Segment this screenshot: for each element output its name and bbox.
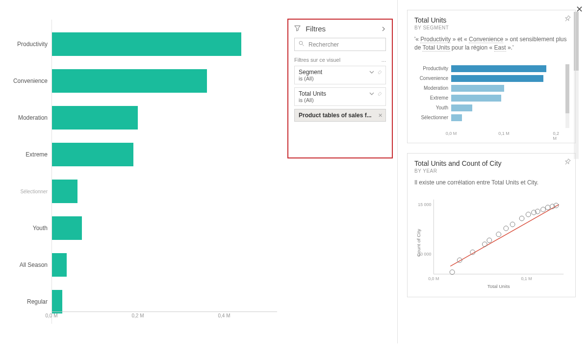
- bar[interactable]: [51, 216, 82, 240]
- x-axis: 0,0 M0,2 M0,4 M: [51, 312, 277, 321]
- filter-card-name: Product tables of sales f...: [299, 112, 382, 119]
- scatter-point[interactable]: [519, 216, 524, 221]
- bar-label: All Season: [5, 261, 51, 268]
- right-panel: Total Units BY SEGMENT '« Productivity »…: [403, 0, 580, 364]
- bar-label: Moderation: [5, 114, 51, 121]
- bar[interactable]: [451, 85, 504, 92]
- bar[interactable]: [451, 75, 543, 82]
- bar-label: Convenience: [5, 78, 51, 84]
- bar[interactable]: [51, 32, 241, 56]
- bar-label: Sélectionner: [5, 189, 51, 194]
- filter-card-value: is (All): [299, 97, 382, 103]
- small-x-axis: 0,0 M0,1 M0,2 M: [451, 131, 564, 138]
- bar-row: Sélectionner: [5, 177, 280, 206]
- card-subtitle: BY YEAR: [414, 168, 568, 174]
- svg-line-2: [450, 205, 559, 266]
- svg-text:Count of City: Count of City: [416, 229, 421, 257]
- x-tick: 0,1 M: [498, 131, 510, 136]
- bar-label: Youth: [5, 225, 51, 232]
- search-icon: [299, 41, 305, 48]
- bar[interactable]: [451, 114, 462, 121]
- bar-row: Productivity: [414, 64, 568, 73]
- svg-text:0,0 M: 0,0 M: [428, 276, 439, 281]
- scatter-point[interactable]: [545, 205, 550, 210]
- bar-row: Moderation: [414, 84, 568, 93]
- main-area: ProductivityConvenienceModerationExtreme…: [0, 0, 397, 364]
- vertical-divider: [397, 0, 398, 343]
- bar[interactable]: [51, 180, 77, 203]
- bar[interactable]: [51, 253, 67, 277]
- bar-label: Extreme: [5, 151, 51, 158]
- svg-line-1: [303, 45, 304, 46]
- bar-label: Moderation: [414, 85, 451, 91]
- scatter-point[interactable]: [450, 270, 455, 275]
- bar-row: Youth: [5, 213, 280, 243]
- filters-header[interactable]: Filtres: [294, 25, 386, 33]
- search-placeholder: Rechercher: [308, 41, 339, 48]
- bar-row: Productivity: [5, 29, 280, 59]
- bar[interactable]: [51, 290, 62, 313]
- bar-label: Extreme: [414, 95, 451, 101]
- bar-row: Extreme: [5, 140, 280, 169]
- chevron-right-icon[interactable]: [381, 25, 386, 33]
- filter-icon: [294, 25, 303, 33]
- x-tick: 0,0 M: [45, 313, 57, 318]
- close-icon[interactable]: ✕: [378, 112, 383, 119]
- chevron-down-icon[interactable]: [369, 91, 374, 98]
- chart-scrollbar[interactable]: [565, 64, 569, 128]
- filter-card[interactable]: Product tables of sales f...✕: [294, 109, 386, 122]
- scatter-point[interactable]: [496, 232, 501, 237]
- y-axis-line: [51, 20, 52, 324]
- scatter-point[interactable]: [541, 207, 546, 212]
- filters-title: Filtres: [306, 25, 326, 33]
- x-tick: 0,4 M: [218, 313, 230, 318]
- card-title: Total Units: [414, 16, 568, 24]
- card-title: Total Units and Count of City: [414, 159, 568, 167]
- filter-card[interactable]: Segmentis (All): [294, 66, 386, 84]
- bar[interactable]: [451, 95, 501, 102]
- bar-label: Convenience: [414, 76, 451, 81]
- scatter-chart: 10 00015 0000,0 M0,1 MCount of CityTotal…: [414, 194, 568, 292]
- scatter-point[interactable]: [482, 242, 487, 247]
- bar[interactable]: [51, 143, 133, 166]
- bar-row: All Season: [5, 250, 280, 280]
- bar-label: Youth: [414, 105, 451, 110]
- filter-card[interactable]: Total Unitsis (All): [294, 87, 386, 106]
- bar[interactable]: [451, 104, 472, 111]
- x-tick: 0,2 M: [131, 313, 144, 318]
- card-total-units-city: Total Units and Count of City BY YEAR Il…: [407, 153, 576, 298]
- bar[interactable]: [51, 106, 138, 130]
- main-bar-chart: ProductivityConvenienceModerationExtreme…: [5, 29, 280, 309]
- bar[interactable]: [451, 65, 546, 72]
- svg-point-0: [299, 41, 303, 45]
- x-axis-line: [51, 312, 277, 312]
- more-icon[interactable]: ...: [382, 57, 386, 63]
- scatter-point[interactable]: [504, 226, 509, 231]
- svg-text:15 000: 15 000: [418, 202, 431, 207]
- search-input[interactable]: Rechercher: [294, 38, 386, 51]
- chart-scrollbar-thumb[interactable]: [565, 64, 569, 113]
- filter-section-label: Filtres sur ce visuel: [294, 57, 340, 63]
- card-total-units-segment: Total Units BY SEGMENT '« Productivity »…: [407, 10, 576, 143]
- bar[interactable]: [51, 69, 207, 93]
- bar-row: Convenience: [5, 66, 280, 96]
- bar-label: Productivity: [5, 41, 51, 48]
- card-subtitle: BY SEGMENT: [414, 25, 568, 30]
- eraser-icon[interactable]: [377, 91, 383, 98]
- scatter-point[interactable]: [510, 222, 515, 227]
- scatter-point[interactable]: [487, 238, 492, 243]
- scatter-point[interactable]: [526, 212, 531, 217]
- bar-row: Moderation: [5, 103, 280, 132]
- card-insight: Il existe une corrélation entre Total Un…: [414, 179, 568, 187]
- eraser-icon[interactable]: [377, 69, 383, 76]
- bar-row: Youth: [414, 104, 568, 112]
- svg-text:Total Units: Total Units: [487, 284, 510, 289]
- card-insight: '« Productivity » et « Convenience » ont…: [414, 35, 568, 52]
- bar-row: Convenience: [414, 74, 568, 83]
- chevron-down-icon[interactable]: [369, 69, 374, 76]
- x-tick: 0,2 M: [553, 131, 561, 141]
- small-bar-chart: ProductivityConvenienceModerationExtreme…: [414, 64, 568, 138]
- svg-text:0,1 M: 0,1 M: [521, 276, 532, 281]
- bar-label: Sélectionner: [414, 115, 451, 120]
- x-tick: 0,0 M: [446, 131, 457, 136]
